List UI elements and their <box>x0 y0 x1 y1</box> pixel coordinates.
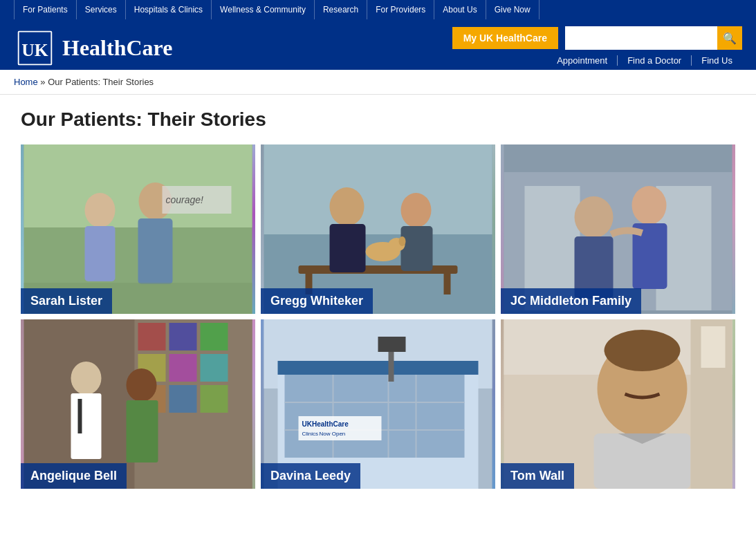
svg-text:UKHealthCare: UKHealthCare <box>302 420 349 428</box>
svg-rect-18 <box>330 224 366 272</box>
svg-point-5 <box>85 193 116 227</box>
search-input[interactable] <box>565 26 717 50</box>
svg-point-23 <box>399 236 406 246</box>
svg-rect-45 <box>78 399 82 433</box>
logo-text: HealthCare <box>62 35 172 61</box>
svg-rect-8 <box>138 218 173 284</box>
search-icon: 🔍 <box>723 32 737 45</box>
nav-wellness-community[interactable]: Wellness & Community <box>212 0 315 19</box>
svg-point-17 <box>330 187 365 226</box>
svg-rect-35 <box>169 323 197 350</box>
search-button[interactable]: 🔍 <box>717 26 742 50</box>
svg-text:Clinics: Clinics <box>302 431 319 437</box>
logo-icon: UK <box>14 28 55 69</box>
svg-text:courage!: courage! <box>166 194 204 205</box>
nav-for-providers[interactable]: For Providers <box>367 0 434 19</box>
nav-give-now[interactable]: Give Now <box>486 0 540 19</box>
svg-text:UK: UK <box>21 40 48 60</box>
nav-hospitals-clinics[interactable]: Hospitals & Clinics <box>126 0 212 19</box>
svg-point-30 <box>632 186 667 225</box>
svg-rect-38 <box>169 354 197 382</box>
svg-rect-42 <box>201 385 228 413</box>
uk-logo-svg: UK <box>16 29 54 67</box>
breadcrumb-home[interactable]: Home <box>14 77 38 87</box>
header-bottom-links: Appointment Find a Doctor Find Us <box>547 55 742 70</box>
svg-point-43 <box>71 362 102 395</box>
top-nav: For Patients Services Hospitals & Clinic… <box>0 0 756 19</box>
svg-rect-71 <box>701 326 726 368</box>
svg-rect-13 <box>264 144 492 234</box>
patient-card-davina[interactable]: UKHealthCare Clinics Now Open Davina Lee… <box>261 319 495 489</box>
svg-rect-44 <box>71 393 102 459</box>
svg-rect-16 <box>444 274 451 294</box>
patient-label-jc: JC Middleton Family <box>501 288 641 314</box>
patient-label-tom: Tom Wall <box>501 463 574 489</box>
svg-point-28 <box>575 196 614 238</box>
breadcrumb: Home » Our Patients: Their Stories <box>0 70 756 95</box>
patient-card-tom[interactable]: Tom Wall <box>501 319 735 489</box>
main-content: Our Patients: Their Stories <box>0 95 756 503</box>
nav-for-patients[interactable]: For Patients <box>14 0 77 19</box>
patient-card-angelique[interactable]: Angelique Bell <box>21 319 255 489</box>
nav-services[interactable]: Services <box>77 0 126 19</box>
svg-rect-39 <box>201 354 228 382</box>
svg-rect-41 <box>169 385 197 413</box>
svg-rect-34 <box>138 323 166 350</box>
nav-research[interactable]: Research <box>315 0 367 19</box>
patient-label-davina: Davina Leedy <box>261 463 360 489</box>
patient-card-gregg[interactable]: Gregg Whiteker <box>261 144 495 314</box>
header-right: My UK HealthCare 🔍 Appointment Find a Do… <box>452 26 742 70</box>
svg-rect-14 <box>299 265 458 274</box>
svg-point-46 <box>127 368 157 402</box>
patient-card-sarah[interactable]: courage! Sarah Lister <box>21 144 255 314</box>
svg-rect-20 <box>401 226 433 271</box>
patient-label-gregg: Gregg Whiteker <box>261 288 373 314</box>
breadcrumb-separator-symbol: » <box>40 77 45 87</box>
header-top-right: My UK HealthCare 🔍 <box>452 26 742 50</box>
svg-text:Now Open: Now Open <box>320 431 346 437</box>
nav-find-us[interactable]: Find Us <box>692 55 742 66</box>
page-title: Our Patients: Their Stories <box>21 109 735 131</box>
nav-about-us[interactable]: About Us <box>434 0 486 19</box>
nav-appointment[interactable]: Appointment <box>547 55 618 66</box>
logo-area: UK HealthCare <box>14 28 172 69</box>
patient-grid: courage! Sarah Lister <box>21 144 735 489</box>
site-header: UK HealthCare My UK HealthCare 🔍 Appoint… <box>0 19 756 70</box>
patient-card-jc[interactable]: JC Middleton Family <box>501 144 735 314</box>
search-area: 🔍 <box>565 26 742 50</box>
svg-rect-36 <box>201 323 228 350</box>
patient-label-sarah: Sarah Lister <box>21 288 112 314</box>
svg-rect-57 <box>278 361 479 375</box>
svg-point-68 <box>605 330 681 371</box>
breadcrumb-current: Our Patients: Their Stories <box>48 77 154 87</box>
svg-rect-63 <box>378 337 406 352</box>
svg-rect-47 <box>127 400 158 462</box>
svg-point-19 <box>401 193 432 227</box>
my-uk-button[interactable]: My UK HealthCare <box>452 27 558 49</box>
nav-find-doctor[interactable]: Find a Doctor <box>618 55 692 66</box>
patient-label-angelique: Angelique Bell <box>21 463 127 489</box>
svg-rect-6 <box>85 226 116 281</box>
